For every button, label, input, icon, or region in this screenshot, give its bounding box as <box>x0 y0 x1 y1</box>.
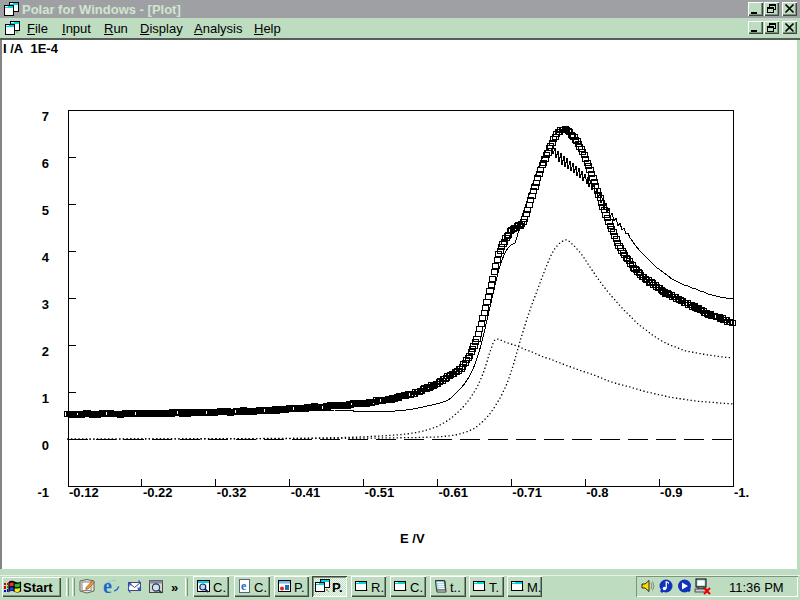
svg-text:-0.61: -0.61 <box>438 485 468 500</box>
svg-text:-0.12: -0.12 <box>69 485 99 500</box>
svg-text:E /V: E /V <box>400 531 425 546</box>
svg-text:I /A 1E-4: I /A 1E-4 <box>3 41 59 56</box>
svg-text:4: 4 <box>42 250 50 265</box>
svg-text:-0.9: -0.9 <box>660 485 682 500</box>
svg-text:6: 6 <box>42 156 49 171</box>
svg-text:-0.22: -0.22 <box>143 485 173 500</box>
svg-text:-0.32: -0.32 <box>217 485 247 500</box>
svg-text:-1.: -1. <box>734 485 749 500</box>
svg-text:2: 2 <box>42 344 49 359</box>
svg-text:-0.41: -0.41 <box>291 485 321 500</box>
svg-text:5: 5 <box>42 203 49 218</box>
svg-text:1: 1 <box>42 391 49 406</box>
svg-text:7: 7 <box>42 109 49 124</box>
svg-text:-0.71: -0.71 <box>512 485 542 500</box>
svg-text:3: 3 <box>42 297 49 312</box>
svg-text:-1: -1 <box>37 485 49 500</box>
svg-text:0: 0 <box>42 438 49 453</box>
svg-text:-0.8: -0.8 <box>586 485 608 500</box>
svg-text:-0.51: -0.51 <box>365 485 395 500</box>
